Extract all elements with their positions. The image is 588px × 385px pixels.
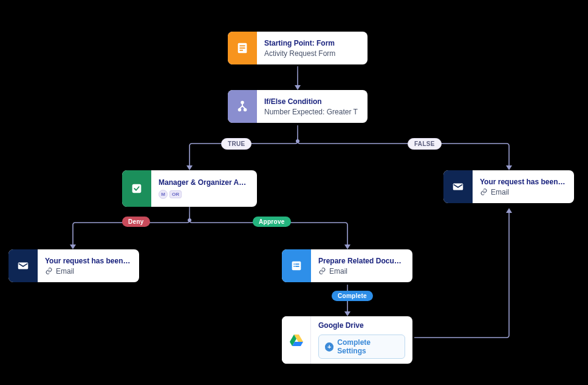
svg-rect-10 xyxy=(239,45,245,46)
complete-settings-button[interactable]: + Complete Settings xyxy=(318,335,405,359)
svg-point-15 xyxy=(244,109,247,111)
svg-marker-5 xyxy=(70,245,76,249)
node-approval-title: Manager & Organizer Approval xyxy=(159,178,250,187)
svg-rect-12 xyxy=(239,50,243,51)
approvers-row: M OR xyxy=(159,190,250,199)
drive-icon xyxy=(282,316,311,364)
svg-rect-20 xyxy=(295,263,299,265)
node-gdrive[interactable]: Google Drive + Complete Settings xyxy=(282,316,412,364)
approver-chip: M xyxy=(159,190,168,199)
svg-marker-8 xyxy=(506,208,512,213)
approver-logic: OR xyxy=(169,190,182,198)
svg-marker-7 xyxy=(344,311,350,316)
svg-point-1 xyxy=(296,139,299,143)
edge-label-deny: Deny xyxy=(122,217,150,227)
node-gdrive-title: Google Drive xyxy=(318,321,405,330)
workflow-canvas: TRUE FALSE Deny Approve Complete Startin… xyxy=(0,0,588,385)
svg-rect-21 xyxy=(293,266,295,267)
node-denied[interactable]: Your request has been denied. Email xyxy=(9,249,139,282)
node-start[interactable]: Starting Point: Form Activity Request Fo… xyxy=(228,32,368,64)
svg-rect-11 xyxy=(239,47,245,49)
node-condition-sub: Number Expected: Greater T xyxy=(264,108,360,116)
list-icon xyxy=(282,249,311,282)
node-start-sub: Activity Request Form xyxy=(264,49,360,58)
svg-marker-6 xyxy=(344,245,350,249)
svg-rect-19 xyxy=(293,263,295,265)
node-denied-title: Your request has been denied. xyxy=(45,257,132,265)
svg-rect-22 xyxy=(295,266,299,267)
node-prepare-link: Email xyxy=(318,267,405,276)
node-prepare[interactable]: Prepare Related Documents Email xyxy=(282,249,412,282)
form-icon xyxy=(228,32,257,64)
svg-marker-2 xyxy=(186,165,193,170)
svg-point-4 xyxy=(188,218,191,222)
plus-icon: + xyxy=(325,342,333,352)
edge-label-false: FALSE xyxy=(408,138,442,150)
node-start-title: Starting Point: Form xyxy=(264,39,360,47)
mail-icon xyxy=(443,170,473,203)
mail-icon xyxy=(9,249,38,282)
edge-label-approve: Approve xyxy=(253,217,291,227)
branch-icon xyxy=(228,90,257,123)
node-approved[interactable]: Your request has been appro... Email xyxy=(443,170,574,203)
svg-marker-0 xyxy=(295,85,301,90)
node-denied-link: Email xyxy=(45,267,132,276)
edge-label-complete: Complete xyxy=(332,291,373,301)
node-approval[interactable]: Manager & Organizer Approval M OR xyxy=(122,170,257,207)
node-approved-link: Email xyxy=(480,188,567,196)
node-condition-title: If/Else Condition xyxy=(264,97,360,106)
svg-rect-16 xyxy=(132,184,142,193)
node-approved-title: Your request has been appro... xyxy=(480,178,567,186)
node-condition[interactable]: If/Else Condition Number Expected: Great… xyxy=(228,90,368,123)
edge-label-true: TRUE xyxy=(221,138,251,150)
svg-point-14 xyxy=(239,109,241,111)
approval-icon xyxy=(122,170,151,207)
svg-marker-3 xyxy=(506,165,512,170)
node-prepare-title: Prepare Related Documents xyxy=(318,257,405,265)
